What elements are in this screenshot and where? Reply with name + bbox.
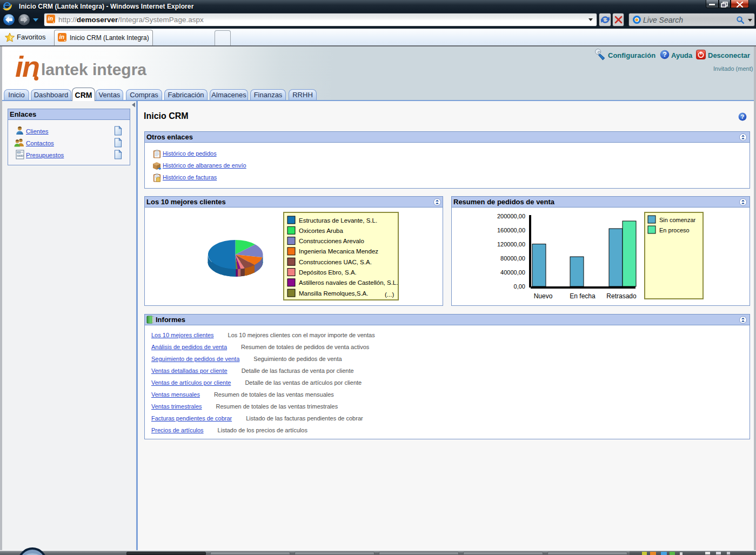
svg-text:Estructuras de Levante, S.L.: Estructuras de Levante, S.L. (299, 217, 377, 224)
svg-text:0,00: 0,00 (514, 283, 525, 290)
svg-text:Construcciones UAC, S.A.: Construcciones UAC, S.A. (299, 259, 372, 265)
svg-text:Oxicortes Aruba: Oxicortes Aruba (299, 228, 343, 234)
svg-text:Nuevo: Nuevo (534, 292, 553, 300)
svg-text:200000,00: 200000,00 (497, 213, 525, 219)
svg-text:120000,00: 120000,00 (497, 241, 525, 248)
svg-text:Construcciones Arevalo: Construcciones Arevalo (299, 238, 364, 244)
svg-text:160000,00: 160000,00 (497, 227, 525, 233)
svg-text:Retrasado: Retrasado (606, 292, 637, 300)
svg-text:40000,00: 40000,00 (500, 269, 525, 276)
svg-text:Astilleros navales de Castelló: Astilleros navales de Castellón, S.L. (299, 279, 398, 286)
svg-text:(...): (...) (385, 291, 394, 298)
svg-text:En fecha: En fecha (570, 292, 596, 300)
svg-text:Depósitos Ebro, S.A.: Depósitos Ebro, S.A. (299, 269, 357, 276)
svg-text:Ingenieria Mecanica Mendez: Ingenieria Mecanica Mendez (299, 248, 378, 255)
svg-text:?: ? (741, 113, 745, 120)
svg-text:Mansilla Remolques,S.A.: Mansilla Remolques,S.A. (299, 290, 368, 297)
svg-text:En proceso: En proceso (659, 227, 690, 233)
svg-text:80000,00: 80000,00 (500, 255, 525, 262)
svg-text:Sin comenzar: Sin comenzar (659, 217, 696, 223)
svg-text:?: ? (663, 51, 667, 58)
